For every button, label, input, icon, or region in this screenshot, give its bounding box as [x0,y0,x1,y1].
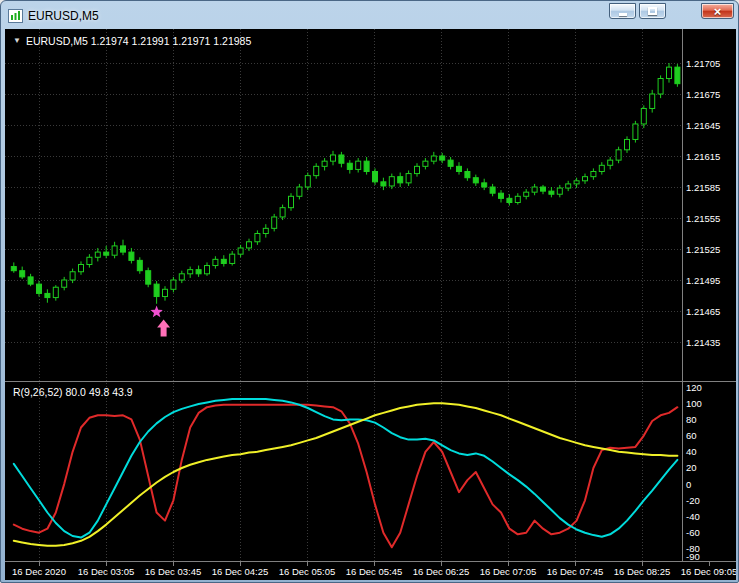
bear-candle [499,193,504,198]
indicator-label: R(9,26,52) 80.0 49.8 43.9 [13,386,133,398]
bear-candle [457,166,462,171]
bull-candle [423,161,428,166]
yellow-line [14,403,678,546]
bear-candle [339,155,344,163]
bull-candle [238,248,243,254]
bear-candle [473,178,478,183]
ohlc-text: EURUSD,M5 1.21974 1.21991 1.21971 1.2198… [26,35,251,47]
bear-candle [373,172,378,182]
bull-candle [322,161,327,166]
bull-candle [633,124,638,140]
bull-candle [297,187,302,196]
bull-candle [591,172,596,177]
bull-candle [431,156,436,161]
minimize-icon [619,13,627,16]
bear-candle [507,198,512,202]
bear-candle [347,163,352,169]
triangle-down-icon: ▼ [13,37,21,45]
window-controls: × [609,3,734,19]
chart-window: EURUSD,M5 × 1.217051.216751.216451.21615… [0,0,739,583]
bull-candle [272,217,277,228]
bull-candle [230,254,235,263]
bull-candle [255,234,260,242]
chart-area[interactable]: 1.217051.216751.216451.216151.215851.215… [5,29,736,580]
bear-candle [104,252,109,255]
bear-candle [11,267,16,271]
bull-candle [280,208,285,217]
bull-candle [616,150,621,160]
bull-candle [247,242,252,248]
time-axis[interactable] [5,562,736,580]
bear-candle [448,160,453,166]
bull-candle [406,174,411,183]
bear-candle [45,293,50,297]
bear-candle [482,183,487,187]
bear-candle [364,161,369,171]
bull-candle [305,176,310,187]
bear-candle [20,271,25,277]
bull-candle [415,166,420,173]
bear-candle [549,191,554,194]
bull-candle [667,67,672,78]
bull-candle [583,177,588,181]
bull-candle [658,79,663,95]
bull-candle [79,265,84,272]
bull-candle [574,181,579,184]
bear-candle [154,284,159,296]
bull-candle [331,155,336,161]
bull-candle [515,196,520,202]
bull-candle [171,280,176,289]
bear-candle [121,246,126,252]
bull-candle [566,184,571,188]
bear-candle [675,67,680,84]
bull-candle [389,177,394,186]
bull-candle [62,280,67,287]
bull-candle [95,252,100,257]
bear-candle [221,259,226,263]
bear-candle [398,177,403,183]
bull-candle [641,108,646,124]
bull-candle [188,270,193,274]
bull-candle [625,139,630,149]
bull-candle [599,165,604,171]
bull-candle [356,161,361,169]
bear-candle [37,284,42,293]
bear-candle [196,270,201,274]
bear-candle [381,182,386,186]
bull-candle [557,188,562,194]
buy-signal-arrow-icon [157,320,170,337]
bear-candle [137,260,142,270]
bear-candle [28,277,33,284]
maximize-icon [648,7,657,15]
chart-window-icon [8,9,23,23]
chart-canvas[interactable]: 1.217051.216751.216451.216151.215851.215… [5,29,736,580]
bull-candle [263,228,268,233]
bull-candle [205,266,210,274]
bull-candle [532,187,537,192]
bull-candle [314,166,319,175]
bull-candle [650,94,655,108]
buy-signal-star-icon [150,306,162,318]
bull-candle [213,259,218,265]
window-title: EURUSD,M5 [28,9,99,23]
minimize-button[interactable] [609,3,636,19]
bull-candle [524,192,529,196]
bear-candle [490,187,495,193]
bull-candle [289,196,294,207]
bear-candle [541,187,546,191]
price-axis[interactable] [683,29,736,381]
bull-candle [163,289,168,296]
bull-candle [112,246,117,255]
bull-candle [87,257,92,264]
close-icon: × [714,5,722,18]
bull-candle [70,272,75,280]
bear-candle [129,252,134,260]
bull-candle [53,287,58,297]
close-button[interactable]: × [701,3,734,19]
maximize-button[interactable] [639,3,666,19]
indicator-axis[interactable] [683,383,736,561]
bear-candle [440,156,445,160]
bear-candle [146,271,151,284]
chart-ohlc-header: ▼ EURUSD,M5 1.21974 1.21991 1.21971 1.21… [13,35,251,47]
bull-candle [608,160,613,165]
